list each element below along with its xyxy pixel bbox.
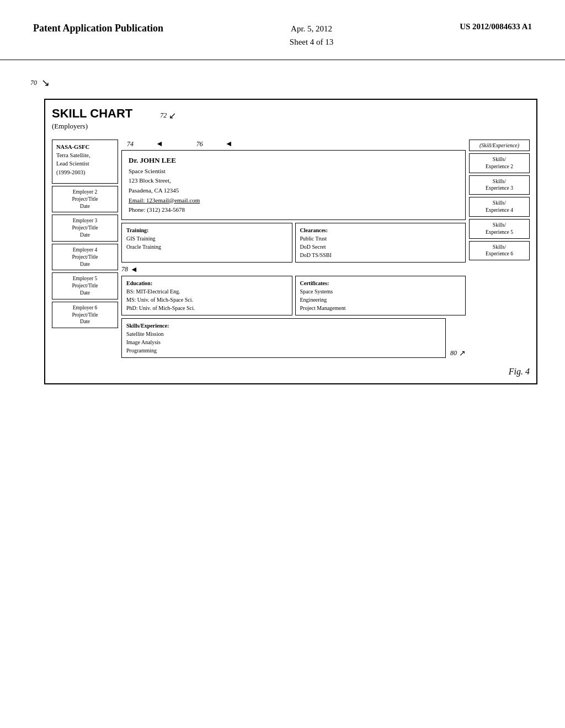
employer2-line2: Project/Title: [56, 196, 114, 203]
ref-74-number: 74: [127, 140, 134, 148]
skill-exp4-line1: Skills/: [473, 200, 526, 207]
skills-bottom-s1: Satellite Mission: [126, 330, 441, 338]
person-email: Email: 123email@email.com: [129, 196, 459, 206]
training-t2: Oracle Training: [126, 243, 287, 251]
ref-70-label: 70 ↘: [30, 77, 50, 89]
employer-main-company: NASA-GSFC: [56, 143, 114, 151]
employer4-box: Employer 4 Project/Title Date: [52, 244, 118, 270]
employer-main-box: NASA-GSFC Terra Satellite, Lead Scientis…: [52, 140, 118, 184]
employer4-line1: Employer 4: [56, 247, 114, 254]
chart-title: SKILL CHART: [52, 106, 132, 121]
certificates-c3: Project Management: [300, 304, 461, 312]
skill-exp5-box: Skills/ Experience 5: [469, 219, 530, 239]
ref-74-arrow: ◄: [156, 140, 163, 148]
certificates-c2: Engineering: [300, 296, 461, 304]
employer-main-detail2: Lead Scientist: [56, 159, 114, 168]
training-box: Training: GIS Training Oracle Training: [121, 223, 292, 263]
skill-exp3-box: Skills/ Experience 3: [469, 175, 530, 195]
employer3-box: Employer 3 Project/Title Date: [52, 215, 118, 241]
ref-72-arrow: ↙: [169, 110, 176, 121]
employer-main-detail3: (1999-2003): [56, 168, 114, 176]
skills-column: (Skill/Experience) Skills/ Experience 2 …: [469, 140, 530, 260]
employer3-line2: Project/Title: [56, 224, 114, 232]
header-date: Apr. 5, 2012: [290, 22, 334, 35]
ref-78-row: 78 ◄: [121, 265, 466, 274]
employer4-line2: Project/Title: [56, 254, 114, 261]
person-title: Space Scientist: [129, 167, 459, 176]
ref-78-arrow: ◄: [130, 265, 138, 274]
employer2-line3: Date: [56, 203, 114, 210]
employers-column: NASA-GSFC Terra Satellite, Lead Scientis…: [52, 140, 118, 328]
ref-70-number: 70: [30, 79, 37, 87]
skill-exp6-line2: Experience 6: [473, 250, 526, 258]
employer5-line2: Project/Title: [56, 282, 114, 290]
ref-70-arrow: ↘: [41, 77, 50, 89]
education-ms: MS: Univ. of Mich-Space Sci.: [126, 296, 287, 304]
ref-72-area: 72 ↙: [160, 110, 176, 121]
ref-80-arrow: ↗: [459, 349, 466, 358]
person-phone: Phone: (312) 234-5678: [129, 205, 459, 215]
skills-bottom-s2: Image Analysis: [126, 338, 441, 346]
skill-exp2-line2: Experience 2: [473, 163, 526, 170]
employer2-box: Employer 2 Project/Title Date: [52, 186, 118, 212]
skill-exp2-box: Skills/ Experience 2: [469, 153, 530, 173]
employer6-line2: Project/Title: [56, 312, 114, 319]
employers-label: (Employers): [52, 122, 132, 131]
training-label: Training:: [126, 226, 287, 234]
header-title: Patent Application Publication: [33, 22, 163, 35]
skill-exp6-box: Skills/ Experience 6: [469, 241, 530, 261]
person-name: Dr. JOHN LEE: [129, 155, 459, 167]
training-t1: GIS Training: [126, 234, 287, 243]
skill-exp5-line1: Skills/: [473, 222, 526, 229]
skills-bottom-section: Skills/Experience: Satellite Mission Ima…: [121, 318, 466, 358]
clearances-box: Clearances: Public Trust DoD Secret DoD …: [295, 223, 466, 263]
edu-certs-row: Education: BS: MIT-Electrical Eng. MS: U…: [121, 276, 466, 315]
skill-exp2-line1: Skills/: [473, 156, 526, 163]
employer3-line3: Date: [56, 232, 114, 239]
employer6-line1: Employer 6: [56, 304, 114, 312]
skill-exp3-line2: Experience 3: [473, 185, 526, 192]
education-label: Education:: [126, 279, 287, 287]
employer6-box: Employer 6 Project/Title Date: [52, 302, 118, 328]
education-bs: BS: MIT-Electrical Eng.: [126, 287, 287, 296]
ref-80-number: 80: [450, 349, 457, 357]
page-header: Patent Application Publication Apr. 5, 2…: [0, 0, 565, 60]
skill-exp3-line1: Skills/: [473, 178, 526, 185]
ref-78-number: 78: [121, 265, 128, 274]
employer5-box: Employer 5 Project/Title Date: [52, 272, 118, 299]
employer5-line1: Employer 5: [56, 275, 114, 282]
header-sheet: Sheet 4 of 13: [290, 35, 334, 49]
education-phd: PhD: Univ. of Mich-Space Sci.: [126, 304, 287, 312]
publication-title: Patent Application Publication: [33, 23, 163, 34]
certificates-box: Certificates: Space Systems Engineering …: [295, 276, 466, 315]
center-column: 74 ◄ 76 ◄ Dr. JOHN LEE Space Scientist 1…: [121, 140, 466, 358]
fig-label: Fig. 4: [52, 367, 530, 377]
skills-bottom-box: Skills/Experience: Satellite Mission Ima…: [121, 318, 446, 358]
ref-76-number: 76: [196, 140, 203, 148]
ref-72-number: 72: [160, 111, 167, 120]
ref-80-area: 80 ↗: [450, 349, 466, 358]
skill-exp4-box: Skills/ Experience 4: [469, 197, 530, 217]
employer5-line3: Date: [56, 290, 114, 297]
education-box: Education: BS: MIT-Electrical Eng. MS: U…: [121, 276, 292, 315]
employer2-line1: Employer 2: [56, 189, 114, 196]
skill-exp4-line2: Experience 4: [473, 207, 526, 214]
certificates-label: Certificates:: [300, 279, 461, 287]
employer6-line3: Date: [56, 318, 114, 325]
header-center: Apr. 5, 2012 Sheet 4 of 13: [290, 22, 334, 49]
header-patent: US 2012/0084633 A1: [460, 22, 532, 31]
skill-chart-box: SKILL CHART (Employers) 72 ↙ NASA-GSFC T…: [44, 99, 537, 384]
person-info-box: Dr. JOHN LEE Space Scientist 123 Block S…: [121, 150, 466, 220]
certificates-c1: Space Systems: [300, 287, 461, 296]
clearances-c1: Public Trust: [300, 234, 461, 243]
employer3-line1: Employer 3: [56, 217, 114, 224]
ref-76-arrow: ◄: [225, 140, 233, 148]
edu-certs-section: 78 ◄ Education: BS: MIT-Electrical Eng. …: [121, 265, 466, 315]
employer-main-detail1: Terra Satellite,: [56, 151, 114, 159]
clearances-label: Clearances:: [300, 226, 461, 234]
clearances-c2: DoD Secret: [300, 243, 461, 251]
chart-grid: NASA-GSFC Terra Satellite, Lead Scientis…: [52, 140, 530, 358]
skill-exp-label-box: (Skill/Experience): [469, 140, 530, 151]
employer4-line3: Date: [56, 261, 114, 268]
training-clearances-row: Training: GIS Training Oracle Training C…: [121, 223, 466, 263]
